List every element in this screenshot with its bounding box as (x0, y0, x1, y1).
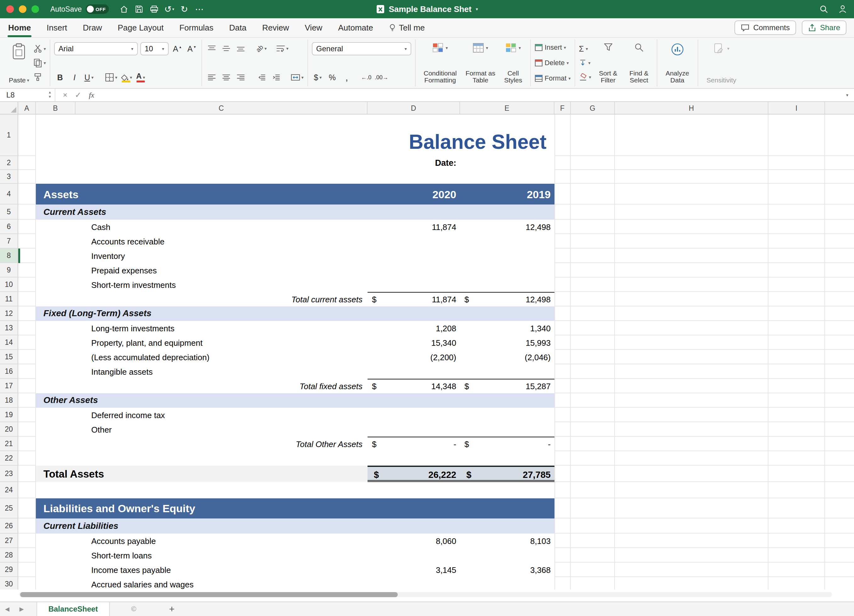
cell[interactable] (571, 364, 615, 379)
cell-label[interactable]: Inventory (91, 252, 125, 261)
insert-cells-button[interactable]: Insert ▾ (535, 42, 571, 53)
cell[interactable] (769, 466, 825, 482)
cell-label[interactable]: Long-term investments (91, 324, 174, 334)
cell[interactable] (769, 263, 825, 278)
column-header-B[interactable]: B (36, 102, 76, 114)
merge-center-button[interactable]: ▾ (291, 71, 303, 84)
cell[interactable] (825, 170, 854, 184)
cell[interactable] (769, 518, 825, 534)
redo-button[interactable]: ↻ (179, 3, 189, 15)
cell[interactable] (571, 350, 615, 364)
cell[interactable] (615, 548, 769, 563)
insert-function-button[interactable]: fx (89, 91, 94, 99)
cell[interactable] (554, 379, 571, 393)
row-header-7[interactable]: 7 (0, 234, 18, 249)
row-header-22[interactable]: 22 (0, 451, 18, 466)
cell[interactable] (769, 350, 825, 364)
cell-value-2019[interactable]: 15,993 (460, 338, 551, 348)
cell[interactable] (554, 393, 571, 408)
row-header-1[interactable]: 1 (0, 114, 18, 156)
cell[interactable] (554, 321, 571, 335)
cell[interactable] (615, 292, 769, 306)
cell[interactable] (769, 249, 825, 263)
row-header-2[interactable]: 2 (0, 156, 18, 170)
comma-format-button[interactable]: , (341, 71, 353, 84)
cell-value-2020[interactable]: 11,874 (368, 223, 456, 232)
cell[interactable] (554, 249, 571, 263)
cell[interactable] (571, 263, 615, 278)
analyze-data-button[interactable]: Analyze Data (661, 41, 694, 85)
increase-decimal-button[interactable]: ←.0 (360, 71, 372, 84)
cell[interactable] (825, 204, 854, 220)
cell[interactable] (18, 220, 36, 234)
cell-label[interactable]: Deferred income tax (91, 410, 165, 420)
undo-button[interactable]: ↺▾ (164, 3, 174, 15)
cell[interactable] (769, 393, 825, 408)
cell[interactable] (18, 364, 36, 379)
cell[interactable] (554, 408, 571, 422)
cell-label[interactable]: Intangible assets (91, 367, 152, 377)
cell[interactable] (18, 482, 36, 499)
font-size-select[interactable]: 10▾ (140, 42, 169, 55)
cell[interactable] (18, 350, 36, 364)
cell[interactable] (18, 170, 36, 184)
close-button[interactable] (6, 5, 14, 13)
row-header-15[interactable]: 15 (0, 350, 18, 364)
align-left-button[interactable] (206, 71, 218, 84)
cell[interactable] (825, 335, 854, 350)
sheet-next-icon[interactable]: ▶ (14, 605, 29, 613)
comments-button[interactable]: Comments (734, 20, 796, 35)
cut-button[interactable]: ▾ (34, 43, 46, 54)
subsection-band[interactable] (36, 204, 554, 220)
cell[interactable] (615, 466, 769, 482)
cell[interactable] (18, 451, 36, 466)
cell[interactable] (769, 408, 825, 422)
cell[interactable] (615, 184, 769, 204)
cell[interactable] (554, 234, 571, 249)
row-header-14[interactable]: 14 (0, 335, 18, 350)
cell[interactable] (571, 408, 615, 422)
cell[interactable] (554, 548, 571, 563)
row-header-20[interactable]: 20 (0, 422, 18, 437)
cell[interactable] (554, 220, 571, 234)
cell-styles-button[interactable]: ▾ Cell Styles (500, 41, 526, 85)
column-header-E[interactable]: E (460, 102, 554, 114)
format-painter-button[interactable] (34, 72, 46, 82)
cell[interactable] (825, 451, 854, 466)
cell[interactable] (18, 534, 36, 548)
cell[interactable] (571, 249, 615, 263)
clear-button[interactable]: ▾ (579, 72, 591, 82)
cell[interactable] (769, 563, 825, 577)
horizontal-scrollbar[interactable] (19, 592, 832, 597)
tab-automate[interactable]: Automate (337, 18, 374, 37)
cell[interactable] (615, 422, 769, 437)
cell[interactable] (571, 292, 615, 306)
cell[interactable] (615, 563, 769, 577)
cell[interactable] (615, 306, 769, 321)
row-header-18[interactable]: 18 (0, 393, 18, 408)
column-header-C[interactable]: C (76, 102, 368, 114)
paste-button[interactable]: Paste▾ (8, 41, 30, 85)
cell[interactable] (769, 114, 825, 156)
decrease-font-button[interactable]: A▾ (186, 43, 198, 55)
home-button[interactable] (119, 3, 129, 15)
total-value-2020[interactable]: 11,874 (368, 295, 456, 305)
copy-button[interactable]: ▾ (34, 58, 46, 68)
cell[interactable] (615, 379, 769, 393)
row-header-12[interactable]: 12 (0, 306, 18, 321)
cell[interactable] (18, 548, 36, 563)
cell[interactable] (571, 451, 615, 466)
subsection-band[interactable] (36, 393, 554, 408)
cell[interactable] (554, 364, 571, 379)
sort-filter-button[interactable]: Sort & Filter (595, 41, 622, 85)
account-button[interactable] (838, 3, 848, 15)
tab-insert[interactable]: Insert (46, 18, 68, 37)
row-header-3[interactable]: 3 (0, 170, 18, 184)
print-button[interactable] (149, 3, 159, 15)
cell[interactable] (571, 306, 615, 321)
format-cells-button[interactable]: Format ▾ (535, 73, 571, 84)
cell[interactable] (18, 114, 36, 156)
align-top-button[interactable] (206, 42, 218, 55)
cell[interactable] (18, 306, 36, 321)
cell-value-2020[interactable]: 3,145 (368, 565, 456, 575)
